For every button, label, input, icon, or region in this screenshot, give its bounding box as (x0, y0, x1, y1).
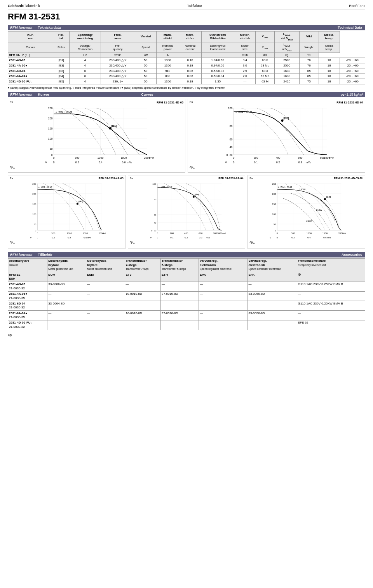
chart-b3-svg: 250 200 150 100 50 0 0 500 1000 1500 200… (10, 180, 124, 240)
acc-farovent-label: RFM farovent (8, 252, 35, 257)
svg-text:[B2]: [B2] (284, 117, 289, 120)
right-title: Roof Fans (349, 4, 365, 8)
svg-point-161 (324, 198, 326, 200)
acc-row: 2531-6A-04●21-0030-35 — — 10-0010-8D 37-… (8, 311, 365, 320)
chart-b1-axis-label: Δpla (10, 166, 183, 169)
svg-text:400: 400 (184, 232, 188, 234)
svg-text:0: 0 (53, 156, 55, 159)
svg-text:m³/s: m³/s (127, 161, 132, 164)
chart-b1-title: RFM 31-2531-4D-05 (157, 101, 183, 104)
svg-text:0.6: 0.6 (84, 236, 87, 239)
svg-text:20: 20 (230, 154, 233, 156)
chart-b2-axis-label: Δpla (190, 166, 363, 169)
svg-text:0: 0 (157, 232, 158, 234)
svg-point-30 (109, 127, 112, 130)
svg-text:500: 500 (51, 232, 56, 234)
svg-text:200: 200 (48, 117, 53, 120)
svg-text:50: 50 (274, 223, 276, 226)
svg-text:190W: 190W (300, 188, 306, 191)
svg-text:100: 100 (228, 107, 233, 110)
svg-text:0: 0 (233, 156, 235, 159)
svg-text:m³/h: m³/h (342, 232, 346, 234)
table-row: 2531-4A-05● [B3] 4 230/400 △/Y 50 1350 0… (8, 63, 365, 68)
chart-b5-title: RFM 31-2531-4D-05-FU (334, 177, 363, 180)
svg-text:20: 20 (153, 229, 156, 232)
page-number: 40 (8, 333, 365, 337)
page-header: GebhardtFläktteknik Takfläktar Roof Fans (8, 4, 365, 9)
svg-text:0.4: 0.4 (68, 236, 71, 239)
svg-text:1500: 1500 (322, 232, 328, 234)
svg-text:250: 250 (48, 107, 53, 110)
svg-text:200: 200 (170, 232, 174, 234)
svg-point-62 (281, 119, 284, 122)
brand-name: GebhardtFläktteknik (8, 4, 40, 8)
curves-label: Curves (138, 92, 338, 97)
svg-point-126 (192, 196, 194, 198)
svg-text:0.2: 0.2 (291, 236, 295, 239)
svg-text:m³/s: m³/s (87, 236, 91, 239)
svg-text:600: 600 (199, 232, 203, 234)
svg-text:V: V (225, 161, 227, 164)
svg-text:250: 250 (272, 183, 277, 185)
chart-b5-svg: 250 200 150 100 50 0 0 500 1000 1500 200… (249, 180, 363, 240)
chart-b1-svg: 250 200 150 100 50 0 0 500 1000 1500 200… (10, 104, 183, 164)
svg-text:V: V (270, 236, 272, 239)
svg-text:250: 250 (32, 183, 37, 185)
svg-text:0.4: 0.4 (307, 236, 311, 239)
center-title: Takfläktar (187, 4, 202, 8)
svg-text:0.6: 0.6 (323, 236, 327, 239)
svg-text:1000: 1000 (67, 232, 72, 234)
svg-text:200: 200 (254, 156, 258, 159)
model-title: RFM 31-2531 (8, 12, 365, 22)
svg-text:0.6: 0.6 (122, 161, 126, 164)
chart-b2-pa-label: Pa (190, 101, 193, 103)
svg-text:100: 100 (48, 137, 53, 140)
svg-text:m³/h: m³/h (329, 156, 335, 159)
svg-text:150: 150 (272, 203, 277, 205)
svg-text:V: V (30, 236, 31, 239)
rfm-farovent-label: RFM farovent (8, 25, 35, 30)
svg-text:0.1: 0.1 (254, 161, 258, 164)
accessories-table: ArbetsbrytareIsolator Motorskydds-brytar… (8, 258, 365, 330)
svg-text:0: 0 (151, 229, 153, 232)
svg-text:0.2: 0.2 (52, 236, 55, 239)
svg-text:80: 80 (153, 198, 156, 201)
svg-text:1500: 1500 (121, 156, 127, 159)
chart-b4: Pa RFM 31-2531-6A-04 100 80 60 40 20 0 0… (128, 175, 246, 249)
svg-text:L_WA1 = 63 dB: L_WA1 = 63 dB (236, 111, 252, 113)
curves-farovent-label: RFM farovent (8, 92, 35, 97)
svg-text:500: 500 (75, 156, 80, 159)
svg-text:50: 50 (50, 147, 53, 150)
svg-text:210W: 210W (316, 209, 322, 211)
svg-text:150: 150 (48, 127, 53, 130)
svg-text:1000: 1000 (307, 232, 312, 234)
table-row: 2531-6A-04● [B4] 6 230/400 △/Y 50 830 0.… (8, 74, 365, 79)
table-row: 2531-4D-05 [B1] 4 230/400 △/Y 50 1380 0.… (8, 58, 365, 63)
svg-text:40: 40 (230, 146, 233, 149)
svg-text:[B3]: [B3] (78, 200, 83, 203)
chart-b4-svg: 100 80 60 40 20 0 0 200 400 600 800 1000… (130, 180, 244, 240)
svg-text:L_WA1 = 76 dB: L_WA1 = 76 dB (279, 186, 293, 188)
chart-b3-axis: Δpla (10, 241, 124, 244)
svg-text:1000: 1000 (217, 232, 222, 234)
svg-text:0.3: 0.3 (199, 236, 202, 239)
svg-text:40: 40 (153, 222, 156, 224)
svg-text:0.4: 0.4 (99, 161, 103, 164)
svg-text:m³/h: m³/h (102, 232, 106, 234)
svg-text:0.2: 0.2 (276, 161, 280, 164)
svg-text:0: 0 (35, 229, 37, 232)
chart-b1-pa-label: Pa (10, 101, 13, 103)
chart-b2-title: RFM 31-2531-6D-04 (336, 101, 363, 104)
svg-text:0.2: 0.2 (185, 236, 188, 239)
svg-text:0.1: 0.1 (170, 236, 174, 239)
svg-text:m³/h: m³/h (222, 232, 226, 234)
chart-b1: Pa RFM 31-2531-4D-05 250 200 150 100 50 … (8, 99, 185, 173)
svg-text:0: 0 (277, 232, 278, 234)
svg-text:400: 400 (276, 156, 281, 159)
table-row: 2531-4D-05-FU○ [B5] 4 230, 1~ 50 1350 0.… (8, 79, 365, 84)
svg-text:600: 600 (298, 156, 303, 159)
chart-b4-title: RFM 31-2531-6A-04 (218, 177, 243, 180)
svg-text:0: 0 (51, 154, 53, 156)
chart-b3: Pa RFM 31-2531-4A-05 250 200 150 100 50 … (8, 175, 125, 249)
acc-row: 2531-4D-0521-0030-32 33-0006-8D — — — — … (8, 282, 365, 291)
